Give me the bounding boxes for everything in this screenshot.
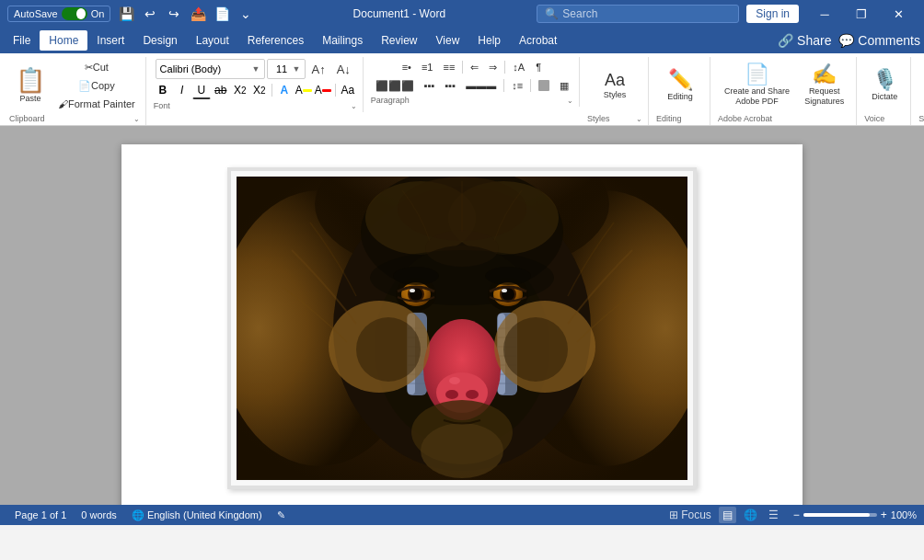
autosave-state: On — [91, 8, 105, 19]
save-button[interactable]: 💾 — [116, 4, 136, 24]
minimize-button[interactable]: ─ — [806, 0, 843, 28]
dictate-button[interactable]: 🎙️ Dictate — [864, 59, 905, 112]
bold-button[interactable]: B — [154, 81, 172, 99]
zoom-slider[interactable] — [803, 513, 877, 517]
decrease-font-button[interactable]: A↓ — [332, 61, 355, 77]
underline-button[interactable]: U — [192, 81, 211, 99]
align-center-button[interactable]: ▪▪▪ — [420, 77, 440, 94]
paste-button[interactable]: 📋 Paste — [9, 59, 52, 112]
comments-button[interactable]: 💬 Comments — [838, 33, 920, 48]
font-size-selector[interactable]: 11 ▼ — [267, 59, 306, 79]
zoom-percentage[interactable]: 100% — [891, 509, 917, 520]
paragraph-expander[interactable]: ⌄ — [567, 97, 573, 105]
subscript-button[interactable]: X2 — [231, 81, 249, 99]
track-changes-icon[interactable]: ✎ — [270, 509, 293, 521]
language[interactable]: 🌐 English (United Kingdom) — [124, 509, 270, 521]
clipboard-expander[interactable]: ⌄ — [133, 115, 140, 123]
focus-button[interactable]: ⊞ Focus — [665, 507, 715, 523]
menu-review[interactable]: Review — [372, 30, 426, 51]
editing-button[interactable]: ✏️ Editing — [656, 59, 704, 112]
multilevel-button[interactable]: ≡≡ — [438, 59, 459, 75]
font-color-button[interactable]: A — [314, 81, 332, 99]
menu-view[interactable]: View — [427, 30, 469, 51]
font-group: Calibri (Body) ▼ 11 ▼ A↑ A↓ B I U ab X2 … — [148, 57, 364, 112]
menu-design[interactable]: Design — [133, 30, 186, 51]
menu-layout[interactable]: Layout — [187, 30, 238, 51]
italic-button[interactable]: I — [173, 81, 191, 99]
show-marks-button[interactable]: ¶ — [530, 59, 547, 75]
menu-acrobat[interactable]: Acrobat — [510, 30, 566, 51]
cut-button[interactable]: ✂ Cut — [53, 59, 140, 75]
share-ribbon-button[interactable]: 🔗 Share — [778, 33, 831, 48]
align-left-button[interactable]: ⬛⬛⬛ — [371, 77, 419, 94]
copy-button[interactable]: 📄 Copy — [53, 77, 140, 94]
justify-button[interactable]: ▬▬▬ — [461, 77, 501, 94]
sign-in-button[interactable]: Sign in — [746, 5, 799, 23]
numbering-button[interactable]: ≡1 — [417, 59, 438, 75]
web-layout-button[interactable]: 🌐 — [740, 507, 761, 523]
create-share-pdf-button[interactable]: 📄 Create and ShareAdobe PDF — [718, 59, 796, 112]
close-button[interactable]: ✕ — [880, 0, 917, 28]
document-area — [0, 126, 924, 505]
autosave-switch[interactable] — [62, 7, 87, 20]
search-bar[interactable]: 🔍 — [537, 5, 739, 23]
styles-button[interactable]: Aa Styles — [587, 59, 642, 112]
sort-button[interactable]: ↕A — [508, 59, 529, 75]
paragraph-group: ≡• ≡1 ≡≡ ⇐ ⇒ ↕A ¶ ⬛⬛⬛ ▪▪▪ ▪▪▪ ▬▬▬ ↕≡ — [365, 57, 580, 107]
font-expander[interactable]: ⌄ — [351, 102, 357, 110]
para-sep2 — [504, 61, 505, 74]
menu-insert[interactable]: Insert — [87, 30, 133, 51]
align-right-button[interactable]: ▪▪▪ — [440, 77, 460, 94]
redo-button[interactable]: ↪ — [164, 4, 184, 24]
font-group-label: Font — [154, 101, 170, 110]
outline-button[interactable]: ☰ — [765, 507, 782, 523]
menu-bar: File Home Insert Design Layout Reference… — [0, 28, 924, 53]
autosave-toggle[interactable]: AutoSave On — [7, 6, 110, 22]
format-painter-button[interactable]: 🖌 Format Painter — [53, 96, 140, 112]
page-info[interactable]: Page 1 of 1 — [7, 509, 74, 520]
request-sig-icon: ✍️ — [812, 64, 837, 85]
sensitivity-button[interactable]: 🔒 Sensitivity — [918, 59, 924, 112]
zoom-out-button[interactable]: − — [793, 509, 800, 521]
more-button[interactable]: ⌄ — [236, 4, 256, 24]
zoom-bar: − + 100% — [793, 509, 917, 521]
font-selector[interactable]: Calibri (Body) ▼ — [156, 59, 265, 79]
request-sig-label: RequestSignatures — [804, 86, 844, 107]
superscript-button[interactable]: X2 — [250, 81, 269, 99]
undo-button[interactable]: ↩ — [140, 4, 160, 24]
voice-label: Voice — [864, 114, 884, 123]
menu-file[interactable]: File — [4, 30, 40, 51]
svg-point-43 — [449, 377, 460, 384]
word-count[interactable]: 0 words — [74, 509, 124, 520]
borders-button[interactable]: ▦ — [555, 77, 573, 94]
request-signatures-button[interactable]: ✍️ RequestSignatures — [798, 59, 850, 112]
new-button[interactable]: 📄 — [212, 4, 232, 24]
zoom-in-button[interactable]: + — [881, 509, 887, 521]
strikethrough-button[interactable]: ab — [212, 81, 230, 99]
search-input[interactable] — [562, 7, 710, 20]
dictate-label: Dictate — [872, 92, 897, 101]
clipboard-label: Clipboard — [9, 114, 45, 123]
document-page — [121, 144, 803, 505]
highlight-button[interactable]: A — [295, 81, 313, 99]
decrease-indent-button[interactable]: ⇐ — [466, 59, 483, 75]
menu-home[interactable]: Home — [40, 30, 87, 51]
share-icon-button[interactable]: 📤 — [188, 4, 208, 24]
increase-indent-button[interactable]: ⇒ — [484, 59, 502, 75]
increase-font-button[interactable]: A↑ — [307, 61, 330, 77]
para-sep4 — [530, 79, 531, 92]
bullets-button[interactable]: ≡• — [398, 59, 416, 75]
styles-expander[interactable]: ⌄ — [636, 115, 642, 123]
menu-references[interactable]: References — [238, 30, 313, 51]
change-case-button[interactable]: Aa — [339, 81, 357, 99]
menu-mailings[interactable]: Mailings — [313, 30, 372, 51]
shading-button[interactable] — [534, 77, 554, 94]
text-effects-button[interactable]: A — [275, 81, 294, 99]
image-frame[interactable] — [227, 167, 697, 489]
svg-point-51 — [485, 267, 531, 285]
adobe-acrobat-group: 📄 Create and ShareAdobe PDF ✍️ RequestSi… — [712, 57, 857, 125]
menu-help[interactable]: Help — [468, 30, 510, 51]
line-spacing-button[interactable]: ↕≡ — [507, 77, 527, 94]
restore-button[interactable]: ❐ — [843, 0, 880, 28]
print-layout-button[interactable]: ▤ — [719, 507, 736, 523]
